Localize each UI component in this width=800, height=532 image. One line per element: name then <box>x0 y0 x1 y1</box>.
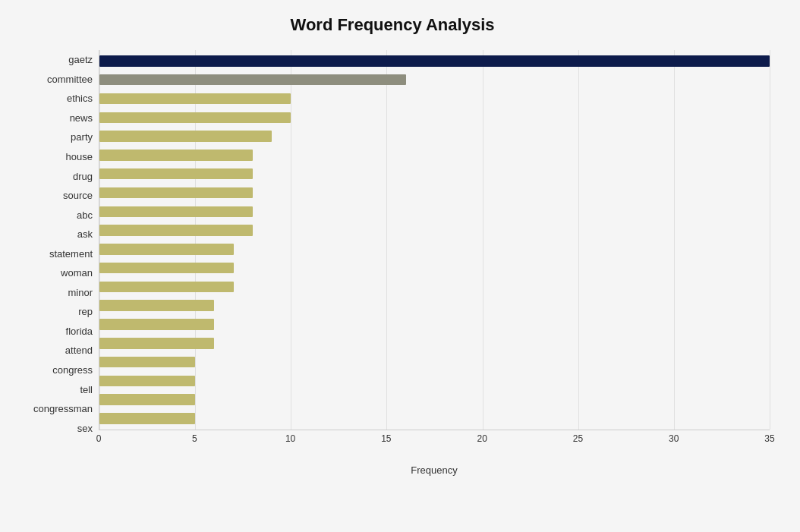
chart-title: Word Frequency Analysis <box>15 15 770 35</box>
bar-minor <box>99 282 234 293</box>
y-label-committee: committee <box>47 70 93 90</box>
bar-row-tell <box>99 372 770 391</box>
x-tick-10: 10 <box>285 433 295 444</box>
bar-row-rep <box>99 296 770 315</box>
y-label-ethics: ethics <box>67 89 93 109</box>
x-tick-5: 5 <box>192 433 197 444</box>
x-tick-30: 30 <box>669 433 679 444</box>
bar-rep <box>99 300 214 311</box>
bar-congressman <box>99 394 195 405</box>
y-labels: gaetzcommitteeethicsnewspartyhousedrugso… <box>15 50 99 461</box>
bar-woman <box>99 263 234 274</box>
bar-row-minor <box>99 278 770 297</box>
bar-row-house <box>99 146 770 165</box>
bar-party <box>99 131 272 142</box>
y-label-congress: congress <box>52 360 93 380</box>
y-label-attend: attend <box>65 341 93 360</box>
y-label-woman: woman <box>61 263 93 283</box>
bar-row-statement <box>99 240 770 259</box>
x-tick-20: 20 <box>477 433 487 444</box>
y-label-news: news <box>70 109 93 128</box>
chart-container: Word Frequency Analysis gaetzcommitteeet… <box>0 0 800 532</box>
bar-congress <box>99 357 195 368</box>
x-tick-25: 25 <box>573 433 583 444</box>
bar-row-congress <box>99 353 770 372</box>
bar-row-committee <box>99 71 770 90</box>
x-tick-35: 35 <box>764 433 774 444</box>
bar-ask <box>99 225 253 236</box>
y-label-source: source <box>63 186 93 206</box>
bar-news <box>99 112 291 124</box>
x-tick-15: 15 <box>381 433 391 444</box>
bar-row-florida <box>99 315 770 334</box>
bar-row-woman <box>99 259 770 278</box>
bar-row-abc <box>99 202 770 221</box>
x-axis-label: Frequency <box>99 464 770 476</box>
bar-row-ask <box>99 221 770 240</box>
grid-line-35 <box>770 50 770 430</box>
bar-row-sex <box>99 409 770 428</box>
chart-area: gaetzcommitteeethicsnewspartyhousedrugso… <box>15 50 770 461</box>
bar-abc <box>99 206 253 218</box>
bar-source <box>99 187 253 199</box>
bar-row-drug <box>99 165 770 184</box>
bar-row-congressman <box>99 390 770 409</box>
bar-florida <box>99 319 214 330</box>
x-axis: Frequency 05101520253035 <box>99 430 770 461</box>
bar-committee <box>99 74 406 86</box>
y-label-ask: ask <box>77 225 93 244</box>
bar-row-gaetz <box>99 52 770 71</box>
bar-gaetz <box>99 55 770 67</box>
y-label-gaetz: gaetz <box>68 50 93 70</box>
bar-row-attend <box>99 334 770 353</box>
bars-area <box>99 50 770 430</box>
bar-row-ethics <box>99 90 770 109</box>
y-label-abc: abc <box>77 205 93 225</box>
x-tick-0: 0 <box>96 433 102 444</box>
y-label-florida: florida <box>66 322 93 342</box>
bar-tell <box>99 376 195 387</box>
bar-attend <box>99 338 214 349</box>
y-label-tell: tell <box>80 379 93 399</box>
y-label-statement: statement <box>49 244 93 263</box>
bar-drug <box>99 168 253 180</box>
y-label-rep: rep <box>78 302 93 322</box>
bars-inner <box>99 50 770 430</box>
bar-statement <box>99 244 234 255</box>
bar-house <box>99 150 253 161</box>
bar-sex <box>99 413 195 424</box>
y-label-sex: sex <box>77 418 93 438</box>
y-label-house: house <box>66 147 93 167</box>
bar-row-news <box>99 108 770 127</box>
bar-row-source <box>99 184 770 203</box>
y-label-drug: drug <box>73 166 93 186</box>
y-label-party: party <box>71 127 93 147</box>
bar-ethics <box>99 93 291 105</box>
y-label-minor: minor <box>68 283 93 303</box>
y-label-congressman: congressman <box>33 399 93 419</box>
bars-and-x: Frequency 05101520253035 <box>99 50 770 461</box>
bar-row-party <box>99 127 770 146</box>
